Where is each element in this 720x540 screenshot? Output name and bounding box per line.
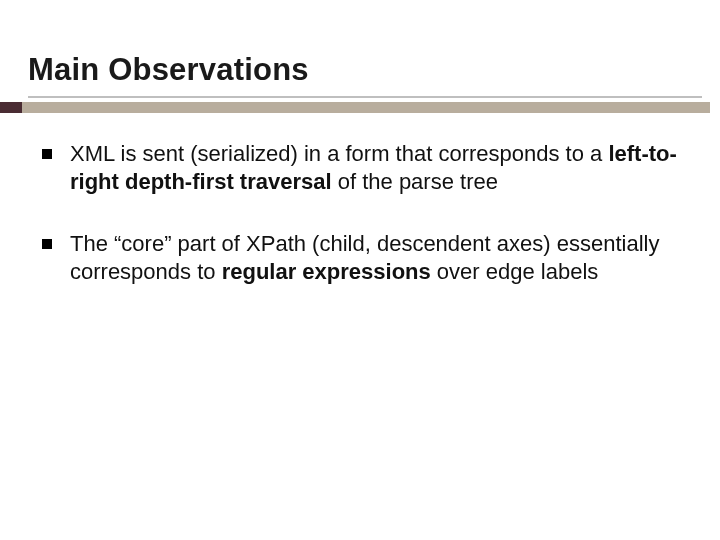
title-underline <box>28 96 702 98</box>
content-area: XML is sent (serialized) in a form that … <box>42 140 678 321</box>
list-item: The “core” part of XPath (child, descend… <box>42 230 678 286</box>
bullet-text: XML is sent (serialized) in a form that … <box>70 140 678 196</box>
text-run: of the parse tree <box>332 169 498 194</box>
list-item: XML is sent (serialized) in a form that … <box>42 140 678 196</box>
square-bullet-icon <box>42 239 52 249</box>
text-run: XML is sent (serialized) in a form that … <box>70 141 608 166</box>
accent-block <box>0 102 22 113</box>
horizontal-band <box>0 102 710 113</box>
text-run-bold: regular expressions <box>222 259 431 284</box>
bullet-text: The “core” part of XPath (child, descend… <box>70 230 678 286</box>
square-bullet-icon <box>42 149 52 159</box>
text-run: over edge labels <box>431 259 599 284</box>
slide-title: Main Observations <box>28 52 309 88</box>
